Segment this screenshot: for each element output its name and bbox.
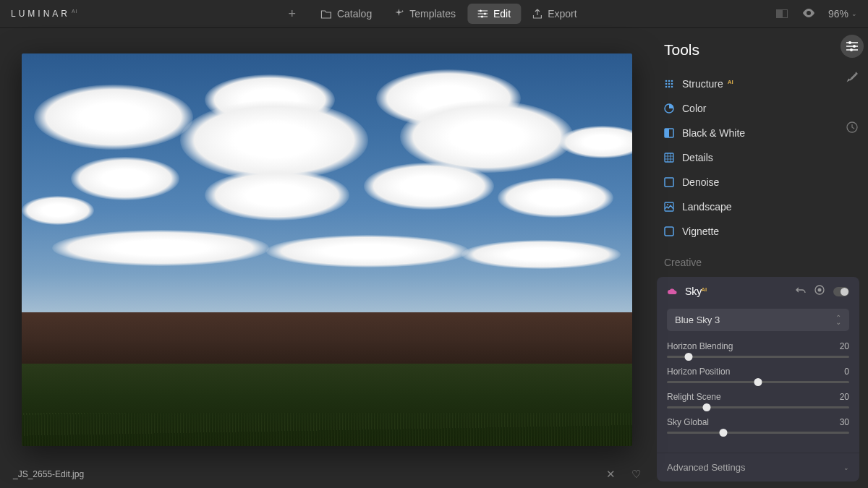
mask-icon[interactable] <box>814 285 825 298</box>
nav-catalog[interactable]: Catalog <box>310 4 382 24</box>
svg-rect-20 <box>665 178 673 187</box>
svg-point-12 <box>671 83 673 85</box>
bw-icon <box>664 128 674 138</box>
svg-point-10 <box>665 83 668 85</box>
tool-structure[interactable]: StructureAI <box>664 72 833 96</box>
slider-track[interactable] <box>667 356 849 358</box>
details-icon <box>664 153 674 163</box>
ai-badge: AI <box>701 286 707 293</box>
favorite-icon[interactable]: ♡ <box>631 468 641 481</box>
svg-point-5 <box>850 48 853 51</box>
folder-icon <box>320 9 331 19</box>
svg-point-22 <box>667 204 668 205</box>
history-icon[interactable] <box>841 116 864 139</box>
svg-point-2 <box>481 16 483 18</box>
svg-rect-23 <box>665 227 673 236</box>
filename-label: _JS_2655-Edit.jpg <box>13 469 84 479</box>
tool-landscape[interactable]: Landscape <box>664 194 833 219</box>
svg-point-13 <box>665 86 668 88</box>
slider-relight-scene: Relight Scene20 <box>667 392 849 408</box>
nav-export[interactable]: Export <box>522 4 587 24</box>
svg-point-1 <box>484 13 486 15</box>
slider-track[interactable] <box>667 406 849 408</box>
section-creative: Creative <box>654 244 862 274</box>
slider-horizon-position: Horizon Position0 <box>667 367 849 383</box>
svg-rect-19 <box>665 153 673 162</box>
svg-point-7 <box>665 80 668 82</box>
compare-icon[interactable] <box>776 9 789 18</box>
ai-badge: AI <box>728 79 733 85</box>
sky-preset-dropdown[interactable]: Blue Sky 3 ⌃⌄ <box>667 309 849 331</box>
slider-thumb[interactable] <box>720 429 728 437</box>
sparkle-icon <box>393 9 404 19</box>
svg-point-14 <box>668 86 671 88</box>
export-icon <box>532 9 542 19</box>
svg-rect-18 <box>665 129 669 137</box>
slider-track[interactable] <box>667 381 849 383</box>
nav-templates[interactable]: Templates <box>383 4 466 24</box>
color-icon <box>664 103 674 114</box>
slider-thumb[interactable] <box>685 353 693 361</box>
add-button[interactable]: + <box>281 4 303 25</box>
tool-vignette[interactable]: Vignette <box>664 219 833 244</box>
edit-tools-icon[interactable] <box>841 35 864 58</box>
advanced-settings[interactable]: Advanced Settings ⌄ <box>657 453 859 481</box>
panel-toggle[interactable] <box>833 287 849 296</box>
svg-point-8 <box>668 80 671 82</box>
structure-icon <box>664 79 674 89</box>
svg-point-15 <box>671 86 673 88</box>
tool-bw[interactable]: Black & White <box>664 121 833 145</box>
sliders-icon <box>477 9 488 18</box>
slider-sky-global: Sky Global30 <box>667 417 849 434</box>
photo-canvas[interactable] <box>22 53 632 446</box>
zoom-level[interactable]: 96%⌄ <box>828 8 857 20</box>
slider-thumb[interactable] <box>754 378 762 386</box>
undo-icon[interactable] <box>796 285 806 298</box>
svg-point-25 <box>818 288 822 292</box>
sky-panel: SkyAI Blue Sky 3 ⌃⌄ Horizon Blending20Ho… <box>657 277 859 481</box>
vignette-icon <box>664 226 674 236</box>
preview-icon[interactable] <box>802 7 815 20</box>
app-logo: LUMINARAI <box>11 9 78 19</box>
cloud-icon <box>667 285 678 298</box>
chevron-down-icon: ⌄ <box>843 464 849 471</box>
tool-denoise[interactable]: Denoise <box>664 170 833 194</box>
tool-color[interactable]: Color <box>664 96 833 121</box>
svg-point-9 <box>671 80 673 82</box>
slider-horizon-blending: Horizon Blending20 <box>667 341 849 358</box>
svg-point-0 <box>480 10 482 12</box>
brush-icon[interactable] <box>841 65 864 88</box>
tool-details[interactable]: Details <box>664 145 833 170</box>
svg-point-3 <box>848 41 851 44</box>
nav-edit[interactable]: Edit <box>467 4 521 24</box>
denoise-icon <box>664 177 674 187</box>
tools-title: Tools <box>664 41 699 59</box>
reject-icon[interactable]: ✕ <box>606 468 616 481</box>
slider-thumb[interactable] <box>703 403 711 411</box>
landscape-icon <box>664 202 674 212</box>
svg-point-4 <box>853 45 856 48</box>
slider-track[interactable] <box>667 432 849 434</box>
svg-point-11 <box>668 83 671 85</box>
